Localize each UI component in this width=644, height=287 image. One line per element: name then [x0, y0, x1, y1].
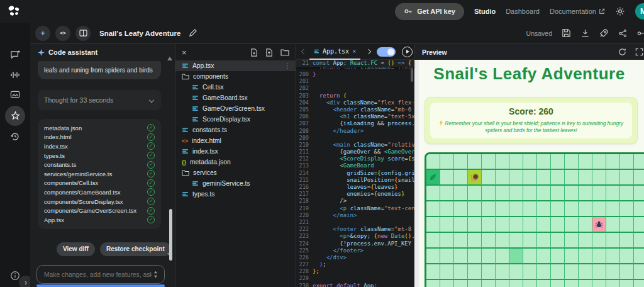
- assistant-input[interactable]: [36, 265, 165, 284]
- code-line: 206 <h1 className="text-5xl font-b: [296, 113, 414, 120]
- user-message-bubble: leafs and runing from spiders and birds: [38, 61, 161, 79]
- grid-cell: [592, 154, 606, 170]
- line-number: 213: [296, 162, 313, 169]
- check-icon: ✓: [147, 161, 155, 169]
- tree-item[interactable]: types.ts: [175, 189, 296, 200]
- line-number: 230: [296, 283, 313, 287]
- file-name: types.ts: [44, 152, 65, 159]
- chat-prompt-icon[interactable]: [0, 45, 30, 64]
- new-folder-icon[interactable]: [280, 48, 289, 56]
- grid-cell: [468, 154, 482, 170]
- download-icon[interactable]: [580, 28, 590, 38]
- grid-cell: [551, 154, 565, 170]
- refresh-icon[interactable]: [618, 48, 626, 56]
- top-header: Get API key Studio Dashboard Documentati…: [0, 0, 644, 23]
- tree-item[interactable]: Cell.tsx: [175, 82, 296, 93]
- tree-item[interactable]: GameOverScreen.tsx: [175, 103, 296, 114]
- line-number: 216: [296, 184, 313, 191]
- assistant-file-row[interactable]: index.html✓: [44, 133, 155, 142]
- assistant-file-row[interactable]: components/Cell.tsx✓: [44, 179, 155, 188]
- grid-cell: [634, 186, 644, 201]
- upload-file-icon[interactable]: [265, 48, 273, 57]
- stepper-icon[interactable]: [153, 271, 158, 278]
- tree-item[interactable]: App.tsx⋮: [175, 60, 296, 71]
- tree-item-label: services: [193, 169, 217, 176]
- chevron-down-icon: [149, 98, 154, 103]
- assistant-file-row[interactable]: components/ScoreDisplay.tsx✓: [44, 197, 155, 206]
- get-api-key-button[interactable]: Get API key: [395, 3, 464, 20]
- run-button[interactable]: [402, 47, 413, 57]
- tree-item[interactable]: components: [175, 71, 296, 82]
- view-diff-button[interactable]: View diff: [57, 242, 95, 256]
- assistant-file-row[interactable]: constants.ts✓: [44, 160, 155, 169]
- assistant-file-row[interactable]: components/GameOverScreen.tsx✓: [44, 206, 155, 215]
- library-button[interactable]: [75, 26, 91, 41]
- restore-checkpoint-button[interactable]: Restore checkpoint: [100, 242, 171, 256]
- file-name: services/geminiService.ts: [44, 171, 112, 177]
- media-waveform-icon[interactable]: [0, 65, 30, 84]
- fullscreen-icon[interactable]: [635, 48, 643, 56]
- tab-close-icon[interactable]: ×: [352, 48, 356, 55]
- assistant-input-field[interactable]: [43, 271, 153, 279]
- tree-item[interactable]: GameBoard.tsx: [175, 93, 296, 103]
- tree-item[interactable]: {}metadata.json: [175, 157, 296, 167]
- tree-item[interactable]: services: [175, 167, 296, 178]
- new-file-icon[interactable]: [250, 48, 258, 57]
- grid-cell: [440, 186, 454, 201]
- grid-cell: [620, 201, 634, 217]
- rename-pencil-icon[interactable]: [189, 29, 197, 37]
- chat-scrollbar-thumb[interactable]: [169, 209, 172, 261]
- score-tip-box: Score: 260 Remember your shell is your b…: [425, 97, 638, 144]
- assistant-file-row[interactable]: types.ts✓: [44, 151, 155, 160]
- grid-cell: [496, 264, 509, 280]
- scroll-up-arrow[interactable]: [167, 57, 172, 60]
- tree-item[interactable]: ScoreDisplay.tsx: [175, 114, 296, 125]
- line-number: 203: [296, 93, 313, 99]
- image-chat-icon[interactable]: [0, 86, 30, 104]
- nav-documentation[interactable]: Documentation: [550, 8, 605, 15]
- check-icon: ✓: [147, 207, 155, 215]
- share-icon[interactable]: [618, 29, 627, 38]
- tree-item-label: metadata.json: [190, 159, 231, 166]
- tabs-scroll-right-icon[interactable]: [366, 49, 371, 54]
- line-number: 211: [296, 149, 313, 155]
- tree-item[interactable]: geminiService.ts: [175, 178, 296, 189]
- check-icon: ✓: [147, 142, 155, 150]
- tab-app-tsx[interactable]: App.tsx ×: [309, 44, 360, 60]
- code-line: 217 enemies={enemies}: [296, 191, 414, 198]
- tree-item[interactable]: index.tsx: [175, 146, 296, 157]
- tree-item[interactable]: constants.ts: [175, 125, 296, 135]
- grid-cell: [634, 170, 644, 186]
- assistant-file-row[interactable]: components/GameBoard.tsx✓: [44, 188, 155, 197]
- code-content[interactable]: 200}201202203 return (204 <div className…: [296, 71, 414, 287]
- tabs-scroll-left-icon[interactable]: [301, 49, 306, 54]
- save-icon[interactable]: [562, 28, 571, 38]
- kebab-menu-icon[interactable]: ⋮: [284, 62, 291, 69]
- assistant-file-row[interactable]: services/geminiService.ts✓: [44, 169, 155, 179]
- settings-gear-icon[interactable]: [615, 6, 625, 16]
- partially-scrolled-line: return <div className="flex items-: [296, 67, 414, 71]
- code-view-button[interactable]: <>: [55, 26, 70, 41]
- assistant-file-row[interactable]: index.tsx✓: [44, 142, 155, 151]
- clipped-edge-icon[interactable]: [636, 29, 644, 38]
- tree-item[interactable]: <>index.html: [175, 135, 296, 146]
- ai-studio-logo-icon[interactable]: [6, 4, 21, 18]
- user-avatar[interactable]: M: [635, 3, 644, 20]
- new-app-button[interactable]: +: [35, 26, 50, 41]
- deploy-rocket-icon[interactable]: [599, 28, 609, 38]
- code-line: 215 snailPosition={snailPosition: [296, 177, 414, 184]
- close-tree-icon[interactable]: ×: [182, 48, 187, 57]
- history-icon[interactable]: [0, 127, 30, 146]
- assistant-file-row[interactable]: App.tsx✓: [44, 215, 155, 225]
- nav-studio[interactable]: Studio: [474, 8, 496, 15]
- grid-cell: [579, 201, 592, 217]
- grid-cell: [592, 280, 606, 287]
- build-apps-icon-active[interactable]: [5, 106, 25, 126]
- nav-dashboard[interactable]: Dashboard: [506, 8, 540, 15]
- auto-run-toggle[interactable]: [377, 47, 396, 57]
- assistant-file-row[interactable]: metadata.json✓: [44, 123, 155, 133]
- file-name: index.tsx: [44, 143, 68, 150]
- thought-summary[interactable]: Thought for 33 seconds: [38, 90, 161, 110]
- json-file-icon: {}: [182, 159, 186, 166]
- file-name: components/GameBoard.tsx: [44, 189, 121, 196]
